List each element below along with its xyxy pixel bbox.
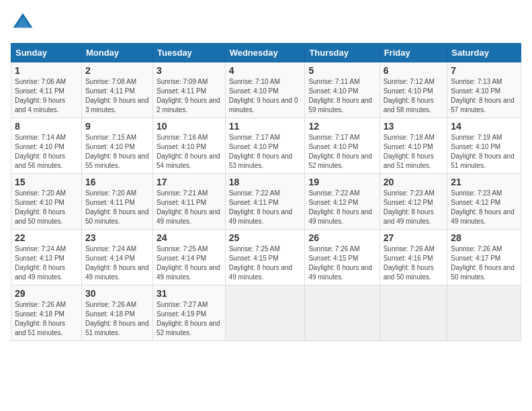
column-header-thursday: Thursday: [305, 44, 380, 62]
day-info: Sunrise: 7:18 AM Sunset: 4:10 PM Dayligh…: [384, 133, 444, 171]
day-cell: 31 Sunrise: 7:27 AM Sunset: 4:19 PM Dayl…: [153, 285, 226, 341]
day-cell: 25 Sunrise: 7:25 AM Sunset: 4:15 PM Dayl…: [225, 230, 305, 285]
day-number: 5: [308, 65, 375, 76]
day-cell: 6 Sunrise: 7:12 AM Sunset: 4:10 PM Dayli…: [380, 62, 447, 118]
week-row-1: 1 Sunrise: 7:06 AM Sunset: 4:11 PM Dayli…: [11, 62, 521, 118]
day-number: 16: [85, 177, 149, 187]
column-header-monday: Monday: [81, 44, 152, 62]
column-header-tuesday: Tuesday: [153, 44, 226, 62]
day-info: Sunrise: 7:26 AM Sunset: 4:16 PM Dayligh…: [384, 244, 444, 282]
week-row-5: 29 Sunrise: 7:26 AM Sunset: 4:18 PM Dayl…: [11, 285, 521, 341]
day-number: 3: [157, 65, 222, 76]
day-number: 4: [229, 65, 302, 76]
day-number: 31: [157, 288, 222, 299]
day-info: Sunrise: 7:25 AM Sunset: 4:14 PM Dayligh…: [157, 244, 222, 282]
day-info: Sunrise: 7:24 AM Sunset: 4:14 PM Dayligh…: [85, 244, 149, 282]
day-number: 29: [15, 288, 78, 299]
day-number: 26: [308, 232, 375, 243]
day-info: Sunrise: 7:26 AM Sunset: 4:18 PM Dayligh…: [15, 300, 78, 338]
day-info: Sunrise: 7:17 AM Sunset: 4:10 PM Dayligh…: [308, 133, 375, 171]
day-info: Sunrise: 7:22 AM Sunset: 4:11 PM Dayligh…: [229, 189, 302, 226]
week-row-3: 15 Sunrise: 7:20 AM Sunset: 4:10 PM Dayl…: [11, 174, 521, 230]
day-info: Sunrise: 7:14 AM Sunset: 4:10 PM Dayligh…: [15, 133, 78, 171]
day-info: Sunrise: 7:12 AM Sunset: 4:10 PM Dayligh…: [384, 77, 444, 115]
day-number: 22: [15, 232, 78, 243]
day-number: 15: [15, 177, 78, 187]
day-cell: 13 Sunrise: 7:18 AM Sunset: 4:10 PM Dayl…: [380, 118, 447, 174]
day-cell: 20 Sunrise: 7:23 AM Sunset: 4:12 PM Dayl…: [380, 174, 447, 230]
day-info: Sunrise: 7:26 AM Sunset: 4:18 PM Dayligh…: [85, 300, 149, 338]
week-row-4: 22 Sunrise: 7:24 AM Sunset: 4:13 PM Dayl…: [11, 230, 521, 285]
day-info: Sunrise: 7:08 AM Sunset: 4:11 PM Dayligh…: [85, 77, 149, 115]
day-cell: [380, 285, 447, 341]
day-cell: 12 Sunrise: 7:17 AM Sunset: 4:10 PM Dayl…: [305, 118, 380, 174]
day-number: 13: [384, 121, 444, 132]
day-number: 27: [384, 232, 444, 243]
day-number: 17: [157, 177, 222, 187]
day-info: Sunrise: 7:17 AM Sunset: 4:10 PM Dayligh…: [229, 133, 302, 171]
day-cell: 9 Sunrise: 7:15 AM Sunset: 4:10 PM Dayli…: [81, 118, 152, 174]
day-info: Sunrise: 7:23 AM Sunset: 4:12 PM Dayligh…: [451, 189, 517, 226]
logo-icon: [11, 11, 35, 35]
day-cell: 26 Sunrise: 7:26 AM Sunset: 4:15 PM Dayl…: [305, 230, 380, 285]
day-cell: 19 Sunrise: 7:22 AM Sunset: 4:12 PM Dayl…: [305, 174, 380, 230]
day-cell: 30 Sunrise: 7:26 AM Sunset: 4:18 PM Dayl…: [81, 285, 152, 341]
day-number: 10: [157, 121, 222, 132]
day-cell: 27 Sunrise: 7:26 AM Sunset: 4:16 PM Dayl…: [380, 230, 447, 285]
day-cell: 23 Sunrise: 7:24 AM Sunset: 4:14 PM Dayl…: [81, 230, 152, 285]
day-cell: 2 Sunrise: 7:08 AM Sunset: 4:11 PM Dayli…: [81, 62, 152, 118]
day-cell: 17 Sunrise: 7:21 AM Sunset: 4:11 PM Dayl…: [153, 174, 226, 230]
day-number: 18: [229, 177, 302, 187]
day-cell: [225, 285, 305, 341]
day-info: Sunrise: 7:16 AM Sunset: 4:10 PM Dayligh…: [157, 133, 222, 171]
day-info: Sunrise: 7:26 AM Sunset: 4:17 PM Dayligh…: [451, 244, 517, 282]
day-info: Sunrise: 7:10 AM Sunset: 4:10 PM Dayligh…: [229, 77, 302, 115]
column-header-sunday: Sunday: [11, 44, 82, 62]
header-row: SundayMondayTuesdayWednesdayThursdayFrid…: [11, 44, 521, 62]
day-info: Sunrise: 7:20 AM Sunset: 4:11 PM Dayligh…: [85, 189, 149, 226]
day-cell: 5 Sunrise: 7:11 AM Sunset: 4:10 PM Dayli…: [305, 62, 380, 118]
day-cell: 16 Sunrise: 7:20 AM Sunset: 4:11 PM Dayl…: [81, 174, 152, 230]
day-cell: [305, 285, 380, 341]
logo: [11, 11, 39, 35]
day-number: 24: [157, 232, 222, 243]
day-info: Sunrise: 7:26 AM Sunset: 4:15 PM Dayligh…: [308, 244, 375, 282]
day-info: Sunrise: 7:13 AM Sunset: 4:10 PM Dayligh…: [451, 77, 517, 115]
day-cell: 3 Sunrise: 7:09 AM Sunset: 4:11 PM Dayli…: [153, 62, 226, 118]
column-header-friday: Friday: [380, 44, 447, 62]
day-cell: 4 Sunrise: 7:10 AM Sunset: 4:10 PM Dayli…: [225, 62, 305, 118]
day-info: Sunrise: 7:24 AM Sunset: 4:13 PM Dayligh…: [15, 244, 78, 282]
day-cell: 1 Sunrise: 7:06 AM Sunset: 4:11 PM Dayli…: [11, 62, 82, 118]
day-cell: [447, 285, 521, 341]
day-info: Sunrise: 7:09 AM Sunset: 4:11 PM Dayligh…: [157, 77, 222, 115]
day-number: 23: [85, 232, 149, 243]
day-info: Sunrise: 7:22 AM Sunset: 4:12 PM Dayligh…: [308, 189, 375, 226]
day-info: Sunrise: 7:23 AM Sunset: 4:12 PM Dayligh…: [384, 189, 444, 226]
day-info: Sunrise: 7:21 AM Sunset: 4:11 PM Dayligh…: [157, 189, 222, 226]
day-number: 9: [85, 121, 149, 132]
day-cell: 7 Sunrise: 7:13 AM Sunset: 4:10 PM Dayli…: [447, 62, 521, 118]
day-info: Sunrise: 7:20 AM Sunset: 4:10 PM Dayligh…: [15, 189, 78, 226]
day-number: 30: [85, 288, 149, 299]
day-number: 14: [451, 121, 517, 132]
day-cell: 28 Sunrise: 7:26 AM Sunset: 4:17 PM Dayl…: [447, 230, 521, 285]
day-cell: 21 Sunrise: 7:23 AM Sunset: 4:12 PM Dayl…: [447, 174, 521, 230]
day-number: 25: [229, 232, 302, 243]
day-number: 7: [451, 65, 517, 76]
day-info: Sunrise: 7:11 AM Sunset: 4:10 PM Dayligh…: [308, 77, 375, 115]
day-number: 20: [384, 177, 444, 187]
day-info: Sunrise: 7:06 AM Sunset: 4:11 PM Dayligh…: [15, 77, 78, 115]
week-row-2: 8 Sunrise: 7:14 AM Sunset: 4:10 PM Dayli…: [11, 118, 521, 174]
day-info: Sunrise: 7:15 AM Sunset: 4:10 PM Dayligh…: [85, 133, 149, 171]
day-number: 11: [229, 121, 302, 132]
day-cell: 14 Sunrise: 7:19 AM Sunset: 4:10 PM Dayl…: [447, 118, 521, 174]
column-header-saturday: Saturday: [447, 44, 521, 62]
day-info: Sunrise: 7:25 AM Sunset: 4:15 PM Dayligh…: [229, 244, 302, 282]
calendar-table: SundayMondayTuesdayWednesdayThursdayFrid…: [11, 43, 521, 341]
day-cell: 24 Sunrise: 7:25 AM Sunset: 4:14 PM Dayl…: [153, 230, 226, 285]
day-number: 21: [451, 177, 517, 187]
day-number: 19: [308, 177, 375, 187]
day-cell: 29 Sunrise: 7:26 AM Sunset: 4:18 PM Dayl…: [11, 285, 82, 341]
day-cell: 11 Sunrise: 7:17 AM Sunset: 4:10 PM Dayl…: [225, 118, 305, 174]
day-number: 8: [15, 121, 78, 132]
